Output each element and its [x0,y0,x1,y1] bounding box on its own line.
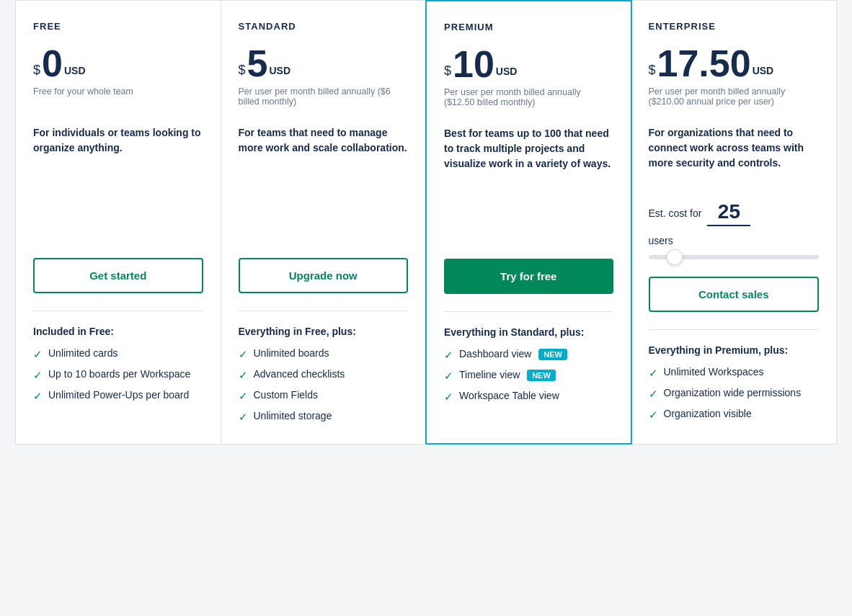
new-badge: NEW [538,349,567,360]
plan-free-amount: 0 [42,45,63,82]
list-item: ✓ Unlimited cards [33,347,203,361]
plan-standard-symbol: $ [239,63,246,78]
premium-try-button[interactable]: Try for free [444,259,613,294]
est-cost-section: Est. cost for 25 users [649,200,820,262]
plan-free-symbol: $ [33,63,40,78]
premium-features-header: Everything in Standard, plus: [444,326,613,338]
list-item: ✓ Workspace Table view [444,390,613,403]
list-item: ✓ Custom Fields [239,389,409,403]
list-item: ✓ Timeline view NEW [444,369,613,383]
enterprise-contact-button[interactable]: Contact sales [649,277,820,312]
list-item: ✓ Advanced checklists [239,368,409,382]
plan-premium-usd: USD [496,66,518,77]
plan-standard-description: For teams that need to manage more work … [239,125,409,183]
plan-free: FREE $ 0 USD Free for your whole team Fo… [16,1,221,444]
free-get-started-button[interactable]: Get started [33,258,203,293]
users-label: users [649,235,820,246]
list-item: ✓ Up to 10 boards per Workspace [33,368,203,382]
plan-free-subtitle: Free for your whole team [33,86,203,112]
free-feature-list: ✓ Unlimited cards ✓ Up to 10 boards per … [33,347,203,403]
list-item: ✓ Unlimited boards [239,347,409,361]
plan-standard-usd: USD [269,65,290,76]
plan-free-usd: USD [64,65,86,76]
check-icon: ✓ [649,409,658,421]
premium-feature-list: ✓ Dashboard view NEW ✓ Timeline view NEW… [444,348,613,403]
check-icon: ✓ [239,348,248,361]
plan-standard-subtitle: Per user per month billed annually ($6 b… [239,86,409,112]
plan-premium-symbol: $ [444,63,451,79]
plan-standard-label: STANDARD [239,21,409,32]
plan-enterprise-description: For organizations that need to connect w… [649,125,820,183]
check-icon: ✓ [444,370,453,383]
plan-free-label: FREE [33,21,203,32]
check-icon: ✓ [239,369,248,382]
check-icon: ✓ [239,411,248,424]
check-icon: ✓ [649,367,658,380]
plan-enterprise-subtitle: Per user per month billed annually ($210… [649,86,820,112]
plan-enterprise-label: ENTERPRISE [649,21,820,32]
list-item: ✓ Organization wide permissions [649,387,820,401]
plan-premium-subtitle: Per user per month billed annually ($12.… [444,87,613,113]
plan-premium-description: Best for teams up to 100 that need to tr… [444,126,613,184]
check-icon: ✓ [444,390,453,403]
check-icon: ✓ [444,349,453,362]
est-cost-label: Est. cost for [649,207,702,219]
check-icon: ✓ [33,369,43,382]
standard-upgrade-button[interactable]: Upgrade now [239,258,409,293]
user-count-value: 25 [707,200,750,226]
plan-premium-label: PREMIUM [444,22,613,32]
plan-premium: PREMIUM $ 10 USD Per user per month bill… [425,0,632,445]
plan-enterprise-amount: 17.50 [657,45,751,82]
plan-enterprise-usd: USD [753,65,774,76]
plan-premium-amount: 10 [453,45,494,83]
standard-divider [239,311,409,311]
enterprise-divider [649,329,820,330]
free-features-header: Included in Free: [33,326,203,337]
list-item: ✓ Organization visible [649,408,820,421]
plan-enterprise: ENTERPRISE $ 17.50 USD Per user per mont… [631,1,837,444]
plan-free-description: For individuals or teams looking to orga… [33,125,203,183]
check-icon: ✓ [33,348,43,361]
list-item: ✓ Unlimited Power-Ups per board [33,389,203,403]
new-badge: NEW [527,370,556,381]
check-icon: ✓ [649,388,658,401]
plan-standard: STANDARD $ 5 USD Per user per month bill… [221,1,427,444]
user-count-slider[interactable] [649,255,820,259]
premium-divider [444,311,613,312]
plan-standard-amount: 5 [247,45,268,82]
pricing-grid: FREE $ 0 USD Free for your whole team Fo… [15,0,837,445]
standard-feature-list: ✓ Unlimited boards ✓ Advanced checklists… [239,347,409,424]
list-item: ✓ Unlimited storage [239,410,409,424]
enterprise-features-header: Everything in Premium, plus: [649,344,820,356]
plan-enterprise-symbol: $ [649,63,656,78]
check-icon: ✓ [33,390,43,403]
check-icon: ✓ [239,390,248,403]
free-divider [33,311,203,311]
enterprise-feature-list: ✓ Unlimited Workspaces ✓ Organization wi… [649,366,820,421]
standard-features-header: Everything in Free, plus: [239,326,409,337]
list-item: ✓ Dashboard view NEW [444,348,613,362]
slider-container [649,249,820,262]
list-item: ✓ Unlimited Workspaces [649,366,820,380]
